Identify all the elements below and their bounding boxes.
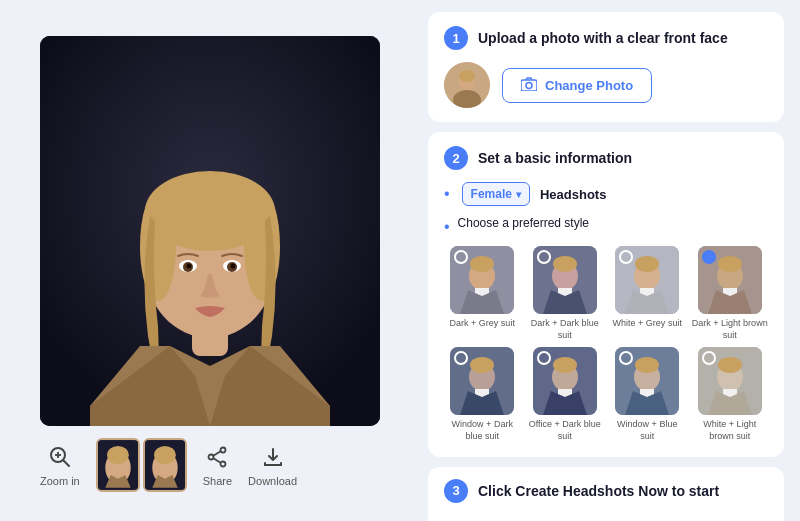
zoom-in-icon	[46, 443, 74, 471]
svg-point-15	[231, 263, 236, 268]
step2-number: 2	[444, 146, 468, 170]
style-item[interactable]: Dark + Grey suit	[444, 246, 521, 341]
step1-header: 1 Upload a photo with a clear front face	[444, 26, 768, 50]
avatar	[444, 62, 490, 108]
svg-point-28	[209, 454, 214, 459]
svg-point-27	[221, 461, 226, 466]
svg-point-50	[635, 256, 659, 272]
svg-point-14	[187, 263, 192, 268]
style-thumb	[615, 347, 679, 415]
style-section-label: Choose a preferred style	[458, 216, 589, 230]
style-grid: Dark + Grey suit Dark + Dark blue suit W…	[444, 246, 768, 443]
style-name: Window + Dark blue suit	[444, 419, 521, 442]
download-icon	[259, 443, 287, 471]
share-label: Share	[203, 475, 232, 487]
step1-title: Upload a photo with a clear front face	[478, 30, 728, 46]
bullet-1: •	[444, 185, 450, 203]
thumbnail-1[interactable]	[96, 438, 140, 492]
share-control[interactable]: Share	[203, 443, 232, 487]
thumbnail-2[interactable]	[143, 438, 187, 492]
style-item[interactable]: Dark + Light brown suit	[692, 246, 769, 341]
category-label: Headshots	[540, 187, 606, 202]
left-panel: Zoom in	[0, 0, 420, 521]
step2-card: 2 Set a basic information • Female ▾ Hea…	[428, 132, 784, 457]
zoom-in-label: Zoom in	[40, 475, 80, 487]
style-name: White + Light brown suit	[692, 419, 769, 442]
step3-header: 3 Click Create Headshots Now to start	[444, 479, 768, 503]
style-item[interactable]: Dark + Dark blue suit	[527, 246, 604, 341]
svg-point-40	[470, 256, 494, 272]
step1-card: 1 Upload a photo with a clear front face	[428, 12, 784, 122]
style-name: Window + Blue suit	[609, 419, 686, 442]
download-label: Download	[248, 475, 297, 487]
style-thumb	[533, 246, 597, 314]
style-name: Dark + Grey suit	[450, 318, 515, 330]
svg-point-22	[107, 445, 129, 463]
svg-point-55	[718, 256, 742, 272]
zoom-in-control[interactable]: Zoom in	[40, 443, 80, 487]
bottom-controls: Zoom in	[40, 438, 380, 492]
svg-point-70	[635, 357, 659, 373]
radio-dot	[702, 250, 716, 264]
svg-line-17	[63, 460, 69, 466]
svg-rect-35	[521, 80, 537, 91]
share-icon	[203, 443, 231, 471]
gender-value: Female	[471, 187, 512, 201]
step3-title: Click Create Headshots Now to start	[478, 483, 719, 499]
step3-card: 3 Click Create Headshots Now to start Cr…	[428, 467, 784, 521]
main-photo	[40, 36, 380, 426]
bullet-2: •	[444, 218, 450, 236]
style-item[interactable]: White + Grey suit	[609, 246, 686, 341]
svg-point-65	[553, 357, 577, 373]
style-name: Dark + Dark blue suit	[527, 318, 604, 341]
style-item[interactable]: Window + Dark blue suit	[444, 347, 521, 442]
svg-point-60	[470, 357, 494, 373]
thumbnail-group	[96, 438, 187, 492]
style-thumb	[615, 246, 679, 314]
upload-row: Change Photo	[444, 62, 768, 108]
download-control[interactable]: Download	[248, 443, 297, 487]
step2-title: Set a basic information	[478, 150, 632, 166]
svg-point-26	[221, 447, 226, 452]
style-thumb	[698, 246, 762, 314]
style-thumb	[698, 347, 762, 415]
radio-dot	[537, 250, 551, 264]
style-name: Office + Dark blue suit	[527, 419, 604, 442]
step3-number: 3	[444, 479, 468, 503]
style-item[interactable]: Window + Blue suit	[609, 347, 686, 442]
camera-icon	[521, 77, 537, 94]
step2-header: 2 Set a basic information	[444, 146, 768, 170]
svg-point-45	[553, 256, 577, 272]
change-photo-button[interactable]: Change Photo	[502, 68, 652, 103]
change-photo-label: Change Photo	[545, 78, 633, 93]
svg-point-36	[526, 82, 532, 88]
style-item[interactable]: White + Light brown suit	[692, 347, 769, 442]
style-name: Dark + Light brown suit	[692, 318, 769, 341]
svg-line-29	[214, 451, 221, 456]
gender-select[interactable]: Female ▾	[462, 182, 530, 206]
right-panel: 1 Upload a photo with a clear front face	[420, 0, 800, 521]
style-thumb	[533, 347, 597, 415]
step1-number: 1	[444, 26, 468, 50]
chevron-down-icon: ▾	[516, 189, 521, 200]
svg-point-33	[459, 70, 475, 82]
svg-point-25	[154, 445, 176, 463]
info-row: • Female ▾ Headshots	[444, 182, 768, 206]
svg-point-75	[718, 357, 742, 373]
style-item[interactable]: Office + Dark blue suit	[527, 347, 604, 442]
style-thumb	[450, 347, 514, 415]
svg-line-30	[214, 458, 221, 463]
style-thumb	[450, 246, 514, 314]
style-name: White + Grey suit	[613, 318, 682, 330]
